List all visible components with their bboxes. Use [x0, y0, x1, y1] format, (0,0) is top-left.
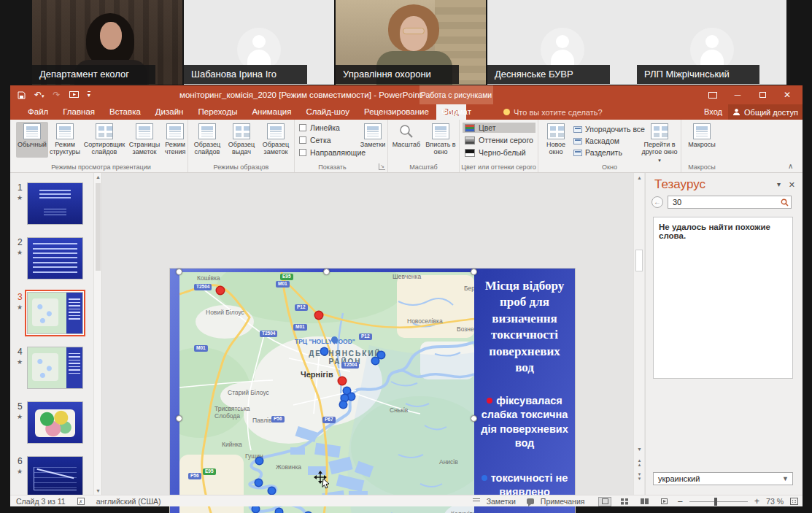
zoom-slider-thumb[interactable]	[714, 498, 717, 506]
notes-toggle-icon[interactable]	[473, 498, 480, 504]
scroll-up-icon[interactable]: ▲	[94, 174, 102, 180]
search-input[interactable]	[671, 197, 773, 207]
tab-design[interactable]: Дизайн	[148, 104, 191, 120]
participant-tile[interactable]: Шабанова Ірина Іго	[184, 0, 334, 85]
participant-tile[interactable]: Управління охорони	[336, 0, 486, 85]
slide-preview[interactable]	[27, 456, 83, 498]
minimize-button[interactable]: ─	[725, 85, 750, 104]
guides-checkbox[interactable]: Направляющие	[299, 148, 366, 157]
language-dropdown[interactable]: украинский ▼	[653, 472, 793, 485]
scroll-down-icon[interactable]: ▼	[94, 488, 102, 493]
tab-transitions[interactable]: Переходы	[190, 104, 244, 120]
selection-handle[interactable]	[176, 415, 182, 422]
ruler-checkbox[interactable]: Линейка	[299, 123, 366, 132]
new-window-button[interactable]: Новое окно	[541, 122, 571, 158]
slide-master-button[interactable]: Образец слайдов	[190, 122, 225, 158]
save-icon[interactable]	[18, 91, 26, 99]
grid-checkbox[interactable]: Сетка	[299, 136, 366, 144]
reading-view-toggle[interactable]	[638, 497, 651, 506]
checkbox[interactable]	[299, 136, 306, 144]
notes-master-button[interactable]: Образец заметок	[258, 122, 293, 158]
redo-icon[interactable]: ↷	[53, 90, 61, 100]
red-sampling-point	[339, 377, 346, 385]
tab-slideshow[interactable]: Слайд-шоу	[298, 104, 357, 120]
back-button[interactable]: ←	[651, 196, 663, 208]
notes-toggle[interactable]: Заметки	[487, 497, 516, 506]
outline-view-button[interactable]: Режим структуры	[48, 122, 82, 158]
dialog-launcher-icon[interactable]: ↘	[379, 163, 385, 170]
tab-animations[interactable]: Анимация	[244, 104, 298, 120]
pane-menu-icon[interactable]: ▾	[777, 180, 781, 188]
scroll-up-icon[interactable]: ▲	[634, 175, 645, 180]
slide-preview[interactable]	[27, 347, 83, 389]
collapse-ribbon-icon[interactable]: ∧	[788, 162, 793, 170]
tell-me-box[interactable]: Что вы хотите сделать?	[503, 104, 603, 120]
scrollbar-thumb[interactable]	[635, 250, 643, 271]
notes-page-button[interactable]: Страницы заметок	[127, 122, 162, 158]
start-slideshow-icon[interactable]	[69, 91, 79, 99]
selection-handle[interactable]	[176, 269, 182, 275]
search-icon[interactable]	[781, 198, 789, 207]
slideshow-toggle[interactable]	[657, 497, 670, 506]
spellcheck-icon[interactable]: ✗	[77, 498, 85, 505]
comments-toggle-icon[interactable]	[527, 498, 534, 504]
normal-view-toggle[interactable]	[598, 497, 611, 506]
slide-indicator[interactable]: Слайд 3 из 11	[16, 497, 66, 506]
participant-tile[interactable]: Департамент еколог	[32, 0, 182, 85]
zoom-level[interactable]: 73 %	[766, 497, 784, 506]
share-button[interactable]: Общий доступ	[728, 104, 803, 120]
tab-format[interactable]: Формат	[419, 104, 493, 120]
slide-sorter-toggle[interactable]	[618, 497, 631, 506]
switch-window-button[interactable]: Перейти в другое окно ▾	[639, 122, 680, 165]
sign-in-link[interactable]: Вход	[704, 104, 722, 120]
selection-handle[interactable]	[323, 269, 330, 275]
language-indicator[interactable]: английский (США)	[96, 497, 161, 506]
comments-toggle[interactable]: Примечания	[541, 497, 585, 506]
checkbox[interactable]	[299, 124, 306, 131]
pane-close-icon[interactable]: ✕	[789, 180, 795, 190]
fit-slide-icon[interactable]	[790, 498, 798, 505]
no-results-message: Не удалось найти похожие слова.	[659, 223, 770, 240]
color-option[interactable]: Цвет	[463, 123, 535, 133]
slide-canvas[interactable]: Google Картографічні дані © Google, 2020…	[170, 269, 575, 513]
split-button[interactable]: Разделить	[573, 148, 645, 157]
document-scrollbar[interactable]: ▲ ▼ ▲▲ ▼▼	[633, 173, 644, 495]
tab-file[interactable]: Файл	[20, 104, 55, 120]
black-white-option[interactable]: Черно-белый	[463, 147, 535, 158]
close-button[interactable]: ✕	[775, 85, 800, 104]
previous-slide-button[interactable]: ▲▲	[634, 458, 645, 467]
zoom-button[interactable]: Масштаб	[390, 122, 423, 158]
tab-home[interactable]: Главная	[55, 104, 102, 120]
tab-insert[interactable]: Вставка	[102, 104, 148, 120]
slide-preview[interactable]	[27, 182, 83, 225]
slide-text-panel[interactable]: Місця відбору проб для визначення токсич…	[474, 269, 575, 513]
participant-tile[interactable]: РЛП Міжрічинський	[637, 0, 786, 85]
thesaurus-search[interactable]	[668, 196, 792, 209]
participant-tile[interactable]: Деснянське БУВР	[487, 0, 637, 85]
slide-preview[interactable]	[27, 292, 83, 334]
zoom-slider[interactable]	[689, 501, 748, 502]
fit-to-window-button[interactable]: Вписать в окно	[423, 122, 458, 158]
notes-button[interactable]: Заметки	[359, 122, 387, 150]
arrange-all-button[interactable]: Упорядочить все	[573, 125, 645, 134]
undo-icon[interactable]: ↶▾	[34, 90, 45, 100]
ribbon-display-options-button[interactable]	[700, 85, 725, 104]
slide-preview[interactable]	[27, 401, 83, 444]
scroll-down-icon[interactable]: ▼	[634, 447, 645, 452]
next-slide-button[interactable]: ▼▼	[634, 472, 645, 481]
slide-preview[interactable]	[27, 237, 83, 279]
grayscale-option[interactable]: Оттенки серого	[463, 135, 535, 145]
zoom-out-button[interactable]: −	[677, 496, 683, 507]
zoom-in-button[interactable]: +	[754, 496, 759, 506]
restore-button[interactable]	[750, 85, 775, 104]
slide-sorter-button[interactable]: Сортировщик слайдов	[82, 122, 127, 158]
macros-button[interactable]: Макросы	[686, 122, 718, 150]
normal-view-button[interactable]: Обычный	[16, 122, 48, 158]
handout-master-button[interactable]: Образец выдач	[225, 122, 258, 158]
customize-qat-icon[interactable]: ▾	[88, 91, 90, 99]
thumbnail-scrollbar[interactable]: ▲ ▼	[93, 173, 101, 495]
cascade-button[interactable]: Каскадом	[573, 136, 645, 145]
reading-view-button[interactable]: Режим чтения	[162, 122, 188, 158]
checkbox[interactable]	[299, 149, 306, 156]
scrollbar-thumb[interactable]	[96, 183, 101, 271]
